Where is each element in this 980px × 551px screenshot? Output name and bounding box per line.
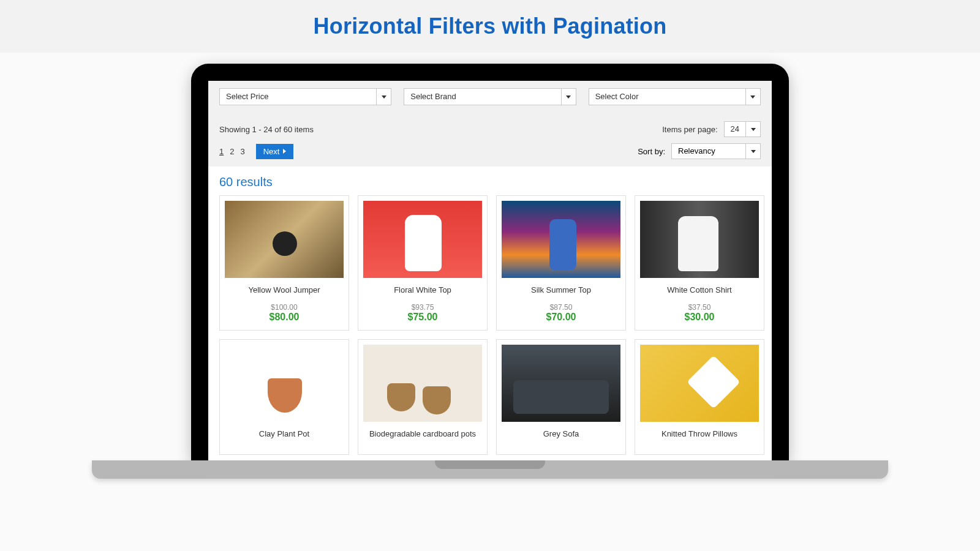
banner-title: Horizontal Filters with Pagination [0,13,980,39]
product-image [502,201,620,278]
page-number-1[interactable]: 1 [219,147,224,156]
sale-price: $30.00 [685,312,715,323]
product-image [502,345,620,422]
sale-price: $70.00 [546,312,576,323]
items-per-page-label: Items per page: [662,125,717,134]
laptop-bezel: Select Price Select Brand Select Color S… [191,64,789,460]
laptop-mockup: Select Price Select Brand Select Color S… [0,53,980,479]
product-image [640,345,759,422]
chevron-down-icon [376,89,391,105]
chevron-down-icon [745,144,760,159]
screen: Select Price Select Brand Select Color S… [208,81,772,460]
product-card[interactable]: Clay Plant Pot [219,339,349,455]
product-name: Floral White Top [394,285,451,294]
sale-price: $80.00 [270,312,300,323]
product-name: White Cotton Shirt [667,285,732,294]
product-name: Biodegradable cardboard pots [369,429,476,438]
product-image [363,345,482,422]
product-card[interactable]: Knitted Throw Pillows [635,339,764,455]
status-row: Showing 1 - 24 of 60 items Items per pag… [208,113,772,137]
items-per-page-value: 24 [725,122,745,137]
pagination: 123 Next [219,144,293,159]
sale-price: $75.00 [408,312,438,323]
select-color-label: Select Color [589,89,745,105]
next-label: Next [263,147,280,156]
product-card[interactable]: Silk Summer Top$87.50$70.00 [496,195,626,331]
product-card[interactable]: Floral White Top$93.75$75.00 [358,195,488,331]
product-image [363,201,482,278]
product-image [225,345,344,422]
laptop-notch [435,460,545,469]
next-button[interactable]: Next [256,144,294,159]
old-price: $100.00 [271,303,297,312]
items-per-page-select[interactable]: 24 [724,121,761,137]
chevron-down-icon [745,122,760,137]
items-per-page-wrap: Items per page: 24 [662,121,761,137]
product-grid: Yellow Wool Jumper$100.00$80.00Floral Wh… [208,195,772,455]
product-image [640,201,759,278]
product-image [225,201,344,278]
filter-row: Select Price Select Brand Select Color [219,88,761,105]
old-price: $37.50 [688,303,711,312]
page-number-2[interactable]: 2 [230,147,234,156]
chevron-down-icon [561,89,576,105]
sort-label: Sort by: [638,147,665,156]
page-number-3[interactable]: 3 [240,147,244,156]
filter-bar: Select Price Select Brand Select Color [208,81,772,113]
product-card[interactable]: Grey Sofa [496,339,626,455]
select-price-label: Select Price [220,89,376,105]
product-card[interactable]: Yellow Wool Jumper$100.00$80.00 [219,195,349,331]
chevron-right-icon [283,149,286,154]
sort-select[interactable]: Relevancy [671,143,761,159]
product-card[interactable]: Biodegradable cardboard pots [358,339,488,455]
product-card[interactable]: White Cotton Shirt$37.50$30.00 [635,195,764,331]
laptop-base [92,460,888,479]
sort-wrap: Sort by: Relevancy [638,143,761,159]
old-price: $87.50 [550,303,573,312]
sort-value: Relevancy [672,144,745,159]
product-name: Silk Summer Top [531,285,591,294]
showing-text: Showing 1 - 24 of 60 items [219,125,314,134]
banner: Horizontal Filters with Pagination [0,0,980,53]
results-count: 60 results [208,167,772,195]
old-price: $93.75 [412,303,434,312]
chevron-down-icon [745,89,760,105]
select-brand-label: Select Brand [404,89,560,105]
pager-row: 123 Next Sort by: Relevancy [208,137,772,167]
select-price[interactable]: Select Price [219,88,391,105]
product-name: Yellow Wool Jumper [248,285,320,294]
product-name: Knitted Throw Pillows [662,429,737,438]
product-name: Clay Plant Pot [259,429,309,438]
select-brand[interactable]: Select Brand [404,88,576,105]
select-color[interactable]: Select Color [589,88,761,105]
product-name: Grey Sofa [543,429,579,438]
